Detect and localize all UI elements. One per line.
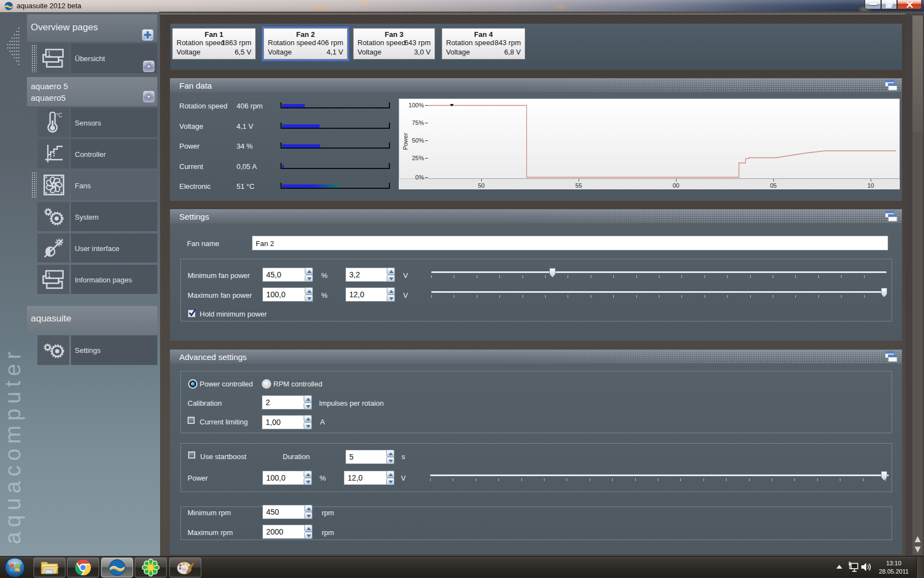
svg-text:50%: 50%: [412, 137, 424, 144]
svg-text:25%: 25%: [412, 155, 424, 161]
svg-text:100%: 100%: [409, 102, 424, 108]
svg-text:55: 55: [575, 182, 582, 189]
svg-text:1: 1: [47, 50, 51, 58]
svg-text:75%: 75%: [412, 119, 424, 126]
svg-text:°C: °C: [56, 112, 62, 118]
svg-text:05: 05: [770, 182, 777, 189]
svg-text:Power: Power: [402, 133, 409, 150]
svg-text:10: 10: [867, 182, 874, 189]
svg-text:0%: 0%: [415, 174, 424, 181]
svg-text:00: 00: [673, 182, 679, 189]
svg-text:1: 1: [47, 271, 51, 279]
svg-text:50: 50: [478, 182, 485, 189]
